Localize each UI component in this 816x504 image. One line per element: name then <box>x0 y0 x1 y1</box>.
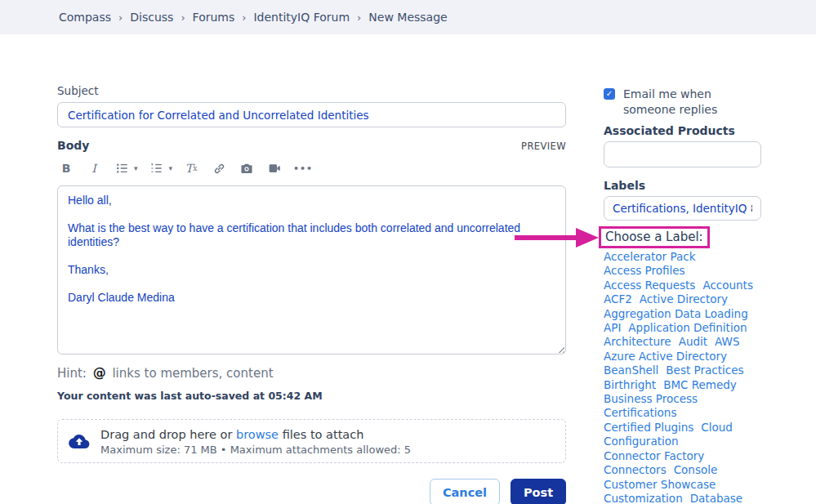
label-option[interactable]: Application Definition <box>628 321 747 335</box>
autosave-status: Your content was last auto-saved at 05:4… <box>57 390 566 402</box>
breadcrumb-separator: › <box>181 11 185 24</box>
label-option[interactable]: Best Practices <box>666 364 743 377</box>
choose-label-heading: Choose a Label: <box>599 226 710 248</box>
link-icon[interactable] <box>210 159 228 177</box>
post-options-sidebar: ✓ Email me when someone replies Associat… <box>604 87 761 504</box>
label-option[interactable]: Business Process <box>604 392 698 406</box>
preview-toggle[interactable]: PREVIEW <box>521 140 566 152</box>
label-option[interactable]: Aggregation Data Loading <box>604 307 748 321</box>
breadcrumb-item[interactable]: Discuss <box>130 11 173 24</box>
label-option[interactable]: Access Requests <box>604 279 695 292</box>
label-option[interactable]: Customization <box>604 492 683 504</box>
cancel-button[interactable]: Cancel <box>430 479 500 504</box>
label-option[interactable]: Connectors <box>604 463 667 477</box>
associated-products-label: Associated Products <box>604 124 761 137</box>
label-option[interactable]: ACF2 <box>604 292 632 306</box>
new-message-form: Subject Body PREVIEW B I ▾ ▾ Tx <box>57 84 566 504</box>
label-option[interactable]: Active Directory <box>640 292 728 306</box>
body-paragraph: What is the best way to have a certifica… <box>68 221 555 249</box>
associated-products-input[interactable] <box>604 141 761 167</box>
hint-text: Hint: @ links to members, content <box>57 365 566 381</box>
insert-video-icon[interactable] <box>265 159 283 177</box>
label-option[interactable]: Audit <box>679 335 707 349</box>
body-paragraph: Thanks, <box>68 263 555 277</box>
subject-input[interactable] <box>57 102 566 127</box>
label-option[interactable]: Architecture <box>604 335 671 349</box>
browse-link[interactable]: browse <box>236 428 279 441</box>
label-option[interactable]: Azure Active Directory <box>604 350 727 364</box>
breadcrumb: Compass›Discuss›Forums›IdentityIQ Forum›… <box>0 0 816 34</box>
label-option[interactable]: Database <box>690 492 742 504</box>
clear-formatting-x: x <box>193 164 197 172</box>
label-option[interactable]: Access Profiles <box>604 264 685 278</box>
email-replies-label[interactable]: Email me when someone replies <box>623 87 761 118</box>
clear-formatting-icon[interactable]: Tx <box>182 159 200 177</box>
upload-cloud-icon <box>69 433 90 449</box>
label-option[interactable]: API <box>604 321 621 335</box>
checkmark-icon: ✓ <box>606 90 613 98</box>
label-option[interactable]: Cloud <box>701 421 733 435</box>
attach-limits: Maximum size: 71 MB • Maximum attachment… <box>100 444 411 456</box>
label-option[interactable]: BeanShell <box>604 364 658 377</box>
label-option[interactable]: AWS <box>715 335 739 349</box>
italic-button[interactable]: I <box>85 159 103 177</box>
breadcrumb-item[interactable]: IdentityIQ Forum <box>253 11 350 24</box>
post-button[interactable]: Post <box>511 479 566 504</box>
labels-input[interactable] <box>604 196 761 221</box>
label-option[interactable]: Configuration <box>604 435 679 448</box>
body-editor[interactable]: Hello all,What is the best way to have a… <box>57 185 566 355</box>
body-paragraph: Hello all, <box>68 194 555 207</box>
body-paragraph: Daryl Claude Medina <box>68 291 555 305</box>
label-option[interactable]: Console <box>674 463 718 477</box>
more-tools-icon[interactable]: ••• <box>293 159 313 177</box>
breadcrumb-item[interactable]: Compass <box>59 11 111 24</box>
label-option[interactable]: Accelerator Pack <box>604 250 695 264</box>
breadcrumb-separator: › <box>242 11 246 24</box>
at-mention-icon: @ <box>91 365 109 381</box>
annotation-arrow-head-icon <box>576 228 599 248</box>
breadcrumb-item[interactable]: Forums <box>193 11 235 24</box>
annotation-arrow-shaft <box>515 235 577 240</box>
hint-prefix: Hint: <box>57 366 87 381</box>
attach-text-after: files to attach <box>283 428 364 441</box>
attach-text-before: Drag and drop here or <box>100 428 232 441</box>
attach-instructions: Drag and drop here or browse files to at… <box>100 428 363 441</box>
body-label: Body <box>57 139 89 152</box>
numbered-list-caret-icon[interactable]: ▾ <box>169 164 173 172</box>
label-option[interactable]: Customer Showcase <box>604 478 716 492</box>
label-options-list: Accelerator PackAccess ProfilesAccess Re… <box>604 250 772 504</box>
attach-dropzone[interactable]: Drag and drop here or browse files to at… <box>57 419 566 463</box>
label-option[interactable]: Certified Plugins <box>604 421 693 435</box>
labels-label: Labels <box>604 179 761 192</box>
bold-button[interactable]: B <box>57 159 75 177</box>
breadcrumb-separator: › <box>118 11 123 24</box>
insert-photo-icon[interactable] <box>238 159 256 177</box>
bullet-list-caret-icon[interactable]: ▾ <box>134 164 138 172</box>
email-replies-checkbox[interactable]: ✓ <box>604 88 615 100</box>
numbered-list-icon[interactable] <box>148 159 166 177</box>
label-option[interactable]: Connector Factory <box>604 449 704 463</box>
breadcrumb-item[interactable]: New Message <box>368 11 447 24</box>
label-option[interactable]: Birthright <box>604 378 656 392</box>
editor-toolbar: B I ▾ ▾ Tx <box>57 158 566 178</box>
hint-description: links to members, content <box>112 366 273 381</box>
label-option[interactable]: Accounts <box>702 279 753 292</box>
breadcrumb-separator: › <box>357 11 361 24</box>
label-option[interactable]: Certifications <box>604 406 676 420</box>
subject-label: Subject <box>57 84 566 97</box>
resize-handle[interactable] <box>555 344 564 353</box>
bullet-list-icon[interactable] <box>113 159 131 177</box>
clear-formatting-t: T <box>185 162 193 175</box>
label-option[interactable]: BMC Remedy <box>663 378 737 392</box>
